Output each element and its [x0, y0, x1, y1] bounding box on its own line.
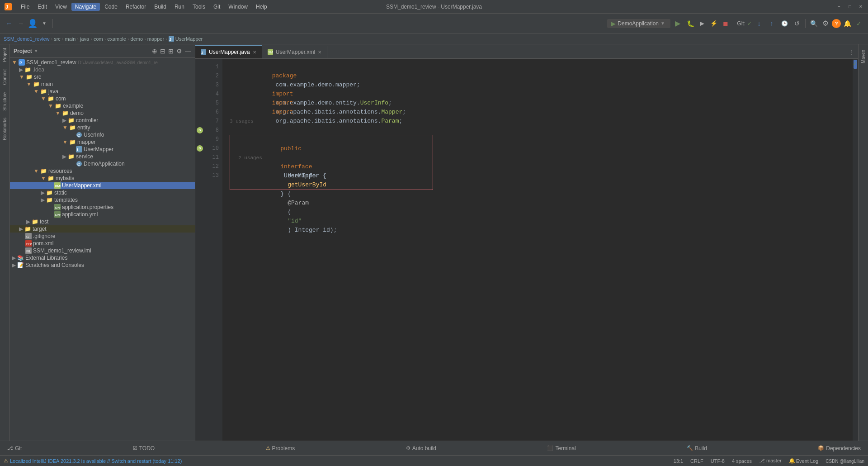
breadcrumb-demo[interactable]: demo [131, 36, 143, 42]
menu-run[interactable]: Run [171, 3, 188, 11]
checkmark-button[interactable]: ✓ [854, 18, 864, 29]
breadcrumb-main[interactable]: main [65, 36, 76, 42]
menu-file[interactable]: File [17, 3, 33, 11]
tree-controller[interactable]: ▶ 📁 controller [10, 117, 195, 124]
git-update-button[interactable]: ↓ [754, 18, 764, 29]
event-log-label[interactable]: Event Log [796, 458, 819, 464]
tree-entity[interactable]: ▼ 📁 entity [10, 124, 195, 131]
search-everywhere-button[interactable]: 🔍 [808, 18, 819, 29]
tree-app-yml[interactable]: APP application.yml [10, 211, 195, 218]
tree-resources[interactable]: ▼ 📁 resources [10, 167, 195, 175]
breadcrumb-file[interactable]: J UserMapper [169, 36, 203, 42]
tab-xml-close[interactable]: ✕ [318, 50, 321, 55]
tree-static[interactable]: ▶ 📁 static [10, 189, 195, 196]
tree-project-root[interactable]: ▼ P SSM_demo1_review D:\Java\code\test_j… [10, 59, 195, 66]
locate-button[interactable]: ⊕ [152, 48, 157, 55]
menu-code[interactable]: Code [101, 3, 121, 11]
git-push-button[interactable]: ↑ [766, 18, 777, 29]
git-history-button[interactable]: 🕒 [779, 18, 790, 29]
breadcrumb-com[interactable]: com [94, 36, 103, 42]
tree-java[interactable]: ▼ 📁 java [10, 88, 195, 95]
terminal-tab[interactable]: ⬛ Terminal [543, 444, 579, 452]
panel-settings[interactable]: ⚙ [176, 48, 182, 55]
tree-src[interactable]: ▼ 📁 src [10, 73, 195, 81]
tree-example[interactable]: ▼ 📁 example [10, 102, 195, 109]
tree-gitignore[interactable]: G .gitignore [10, 233, 195, 240]
debug-button[interactable]: 🐛 [685, 18, 696, 29]
expand-all-button[interactable]: ⊞ [168, 48, 174, 55]
menu-git[interactable]: Git [210, 3, 224, 11]
tree-idea[interactable]: ▶ 📁 .idea [10, 66, 195, 73]
tree-target[interactable]: ▶ 📁 target [10, 225, 195, 233]
tree-demo[interactable]: ▼ 📁 demo [10, 109, 195, 117]
menu-navigate[interactable]: Navigate [71, 3, 100, 11]
dependencies-tab[interactable]: 📦 Dependencies [814, 444, 864, 452]
tab-usermapper-xml[interactable]: XML UserMapper.xml ✕ [262, 46, 327, 58]
notifications-button[interactable]: 🔔 [842, 18, 853, 29]
tree-com[interactable]: ▼ 📁 com [10, 95, 195, 102]
tree-mapper[interactable]: ▼ 📁 mapper [10, 138, 195, 146]
profile-dropdown[interactable]: ▼ [39, 18, 50, 29]
tree-external-libs[interactable]: ▶ 📚 External Libraries [10, 254, 195, 262]
tree-pom[interactable]: POM pom.xml [10, 240, 195, 247]
tree-demoapplication[interactable]: C DemoApplication [10, 160, 195, 167]
breadcrumb-mapper[interactable]: mapper [147, 36, 164, 42]
menu-edit[interactable]: Edit [34, 3, 51, 11]
tree-main[interactable]: ▼ 📁 main [10, 81, 195, 88]
close-button[interactable]: ✕ [857, 3, 864, 10]
coverage-button[interactable]: ▶ [697, 18, 708, 29]
run-configuration[interactable]: ▶ DemoApplication ▼ [607, 19, 670, 28]
panel-hide[interactable]: ― [185, 48, 191, 55]
scroll-bar-right[interactable]: ✓ [853, 59, 858, 441]
tree-test[interactable]: ▶ 📁 test [10, 218, 195, 225]
git-bottom-tab[interactable]: ⎇ Git [4, 444, 25, 452]
breadcrumb-src[interactable]: src [54, 36, 61, 42]
menu-tools[interactable]: Tools [189, 3, 209, 11]
breadcrumb-example[interactable]: example [107, 36, 126, 42]
tree-templates[interactable]: ▶ 📁 templates [10, 196, 195, 204]
tree-usermapper-xml[interactable]: XML UserMapper.xml [10, 182, 195, 189]
maven-tab[interactable]: Maven [860, 46, 867, 67]
structure-tab[interactable]: Structure [1, 89, 8, 114]
build-tab[interactable]: 🔨 Build [683, 444, 711, 452]
tab-menu-button[interactable]: ⋮ [845, 46, 858, 58]
auto-build-tab[interactable]: ⚙ Auto build [402, 444, 440, 452]
maximize-button[interactable]: □ [846, 3, 854, 10]
forward-button[interactable]: → [15, 18, 26, 29]
indent[interactable]: 4 spaces [732, 458, 752, 464]
bookmarks-tab[interactable]: Bookmarks [1, 114, 8, 144]
code-area[interactable]: package com.example.demo.mapper; import … [222, 59, 853, 441]
menu-help[interactable]: Help [252, 3, 271, 11]
encoding[interactable]: UTF-8 [711, 458, 725, 464]
menu-window[interactable]: Window [225, 3, 251, 11]
profile-button[interactable]: 👤 [27, 18, 38, 29]
line-ending[interactable]: CRLF [690, 458, 703, 464]
tab-java-close[interactable]: ✕ [253, 50, 256, 55]
tree-mybatis[interactable]: ▼ 📁 mybatis [10, 175, 195, 182]
profile-run-button[interactable]: ⚡ [708, 18, 719, 29]
problems-tab[interactable]: ⚠ Problems [262, 444, 299, 452]
spring-boot-icon-10[interactable]: S [197, 145, 203, 152]
tree-userinfo[interactable]: C UserInfo [10, 131, 195, 138]
git-rollback-button[interactable]: ↺ [792, 18, 802, 29]
menu-build[interactable]: Build [151, 3, 170, 11]
spring-boot-icon-8[interactable]: S [197, 127, 203, 133]
todo-tab[interactable]: ☑ TODO [129, 444, 158, 452]
settings-button[interactable]: ⚙ [820, 18, 831, 29]
tree-iml[interactable]: IML SSM_demo1_review.iml [10, 247, 195, 254]
commit-tab[interactable]: Commit [1, 66, 8, 88]
back-button[interactable]: ← [4, 18, 14, 29]
panel-dropdown[interactable]: ▼ [34, 48, 38, 53]
help-button[interactable]: ? [832, 19, 841, 28]
tree-service[interactable]: ▶ 📁 service [10, 153, 195, 160]
tree-usermapper-java[interactable]: I UserMapper [10, 146, 195, 153]
menu-refactor[interactable]: Refactor [122, 3, 150, 11]
run-button[interactable]: ▶ [671, 17, 684, 30]
project-tab[interactable]: Project [1, 44, 8, 66]
menu-view[interactable]: View [52, 3, 71, 11]
breadcrumb-project[interactable]: SSM_demo1_review [4, 36, 50, 42]
breadcrumb-java[interactable]: java [80, 36, 89, 42]
status-message[interactable]: Localized IntelliJ IDEA 2021.3.2 is avai… [10, 458, 182, 464]
git-branch[interactable]: ⎇ master [759, 458, 782, 464]
minimize-button[interactable]: − [835, 3, 843, 10]
